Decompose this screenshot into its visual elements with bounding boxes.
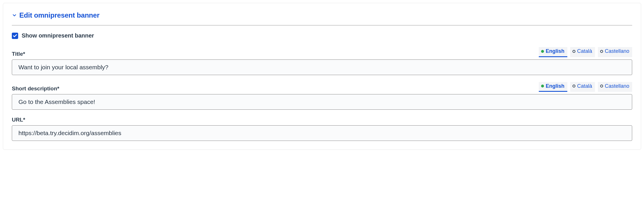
filled-dot-icon <box>541 50 544 53</box>
filled-dot-icon <box>541 85 544 87</box>
title-field-row: Title* English Català Castellano <box>12 47 632 75</box>
short-desc-label: Short description* <box>12 85 59 92</box>
empty-dot-icon <box>600 50 603 53</box>
short-desc-field-row: Short description* English Català Castel… <box>12 82 632 110</box>
lang-tab-label: Castellano <box>605 83 629 90</box>
short-desc-input[interactable] <box>12 94 632 110</box>
title-lang-catala[interactable]: Català <box>570 47 595 57</box>
show-banner-checkbox[interactable] <box>12 33 18 39</box>
show-banner-label: Show omnipresent banner <box>22 32 94 39</box>
title-lang-english[interactable]: English <box>539 47 567 57</box>
lang-tab-label: Català <box>577 48 592 55</box>
empty-dot-icon <box>573 85 575 87</box>
lang-tab-label: English <box>546 83 564 90</box>
show-banner-row: Show omnipresent banner <box>12 32 632 39</box>
url-field-row: URL* <box>12 117 632 141</box>
short-desc-lang-tabs: English Català Castellano <box>539 82 632 92</box>
panel-header[interactable]: Edit omnipresent banner <box>12 11 632 25</box>
lang-tab-label: English <box>546 48 564 55</box>
lang-tab-label: Castellano <box>605 48 629 55</box>
empty-dot-icon <box>573 50 575 53</box>
title-label: Title* <box>12 51 25 57</box>
short-desc-lang-castellano[interactable]: Castellano <box>598 82 632 92</box>
panel-title: Edit omnipresent banner <box>19 11 99 19</box>
lang-tab-label: Català <box>577 83 592 90</box>
chevron-down-icon <box>12 13 17 18</box>
short-desc-lang-catala[interactable]: Català <box>570 82 595 92</box>
title-lang-castellano[interactable]: Castellano <box>598 47 632 57</box>
title-lang-tabs: English Català Castellano <box>539 47 632 57</box>
url-input[interactable] <box>12 125 632 141</box>
url-label: URL* <box>12 117 25 123</box>
omnipresent-banner-panel: Edit omnipresent banner Show omnipresent… <box>3 3 641 150</box>
title-input[interactable] <box>12 59 632 75</box>
short-desc-lang-english[interactable]: English <box>539 82 567 92</box>
empty-dot-icon <box>600 85 603 87</box>
